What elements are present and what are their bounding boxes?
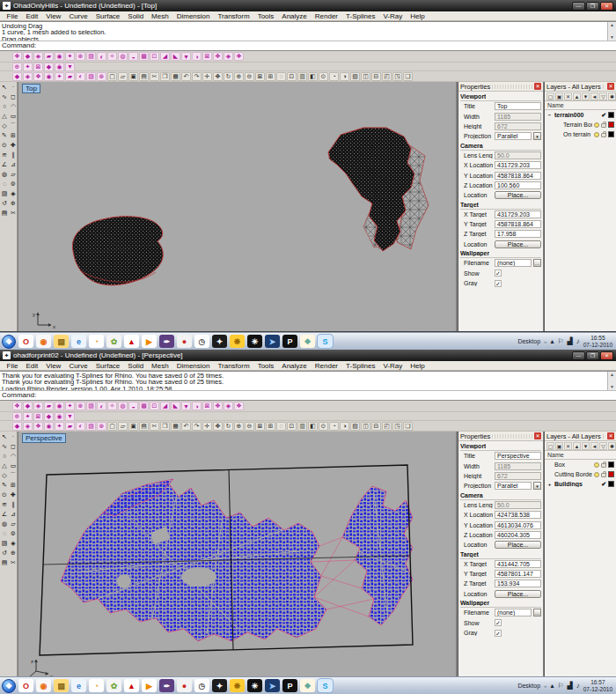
ungroup-icon[interactable]: ⊟ [371,422,381,431]
paste-icon[interactable]: ▦ [171,72,180,81]
ring-tool-icon[interactable]: ◍ [0,519,9,528]
offset-tool-icon[interactable]: ⊕ [9,548,18,557]
target-tool-icon[interactable]: ⊚ [9,528,18,538]
property-value[interactable]: Top [495,102,541,110]
block-icon[interactable]: ◫ [361,422,370,431]
tsplines-tool-icon[interactable]: ⊡ [150,52,159,61]
panel-grip[interactable] [492,85,532,89]
undo-view-tool-icon[interactable]: ↺ [0,198,9,208]
pointer-tool-icon[interactable]: ↖ [0,432,9,441]
tsplines-tool-icon[interactable]: ◈ [224,52,233,61]
property-value[interactable]: 100.560 [495,181,541,189]
property-value[interactable]: (none) [495,259,532,267]
layers-tool-icon[interactable]: ▤ [0,208,9,218]
tsplines-tool-icon[interactable]: ◑ [192,402,202,410]
layer-manager-icon[interactable]: ▥ [297,422,307,431]
layer-visibility-bulb-icon[interactable] [594,132,599,137]
property-extra-control[interactable] [533,259,541,267]
tsplines-tool-icon[interactable]: ◉ [55,402,64,410]
desktop-chevron-icon[interactable]: » [544,683,546,689]
menu-item[interactable]: View [42,362,65,370]
add-tool-icon[interactable]: ✚ [9,490,18,499]
property-value[interactable]: ✓ [495,619,502,626]
zoom-window-icon[interactable]: ⊞ [266,72,275,81]
dashed-circle-tool-icon[interactable]: ◌ [0,528,9,538]
plane-tool-icon[interactable]: ▭ [9,111,18,121]
explorer-icon[interactable]: ▤ [54,679,69,692]
layer-expand-icon[interactable]: − [546,113,553,118]
history-scrollbar[interactable]: ▲▼ [607,22,616,41]
layer-tools-icon[interactable]: ✱ [608,92,616,100]
sheet-tool-icon[interactable]: ▱ [9,169,18,179]
undo-icon[interactable]: ↶ [181,422,191,431]
opera-icon[interactable]: O [18,335,33,348]
center-tool-icon[interactable]: ⊙ [0,490,9,499]
diamond-tool-icon[interactable]: ◇ [0,470,9,480]
tsplines-tool-icon[interactable]: ⊛ [76,52,85,61]
star-app-icon[interactable]: ✳ [247,679,262,692]
tsplines-tool-icon[interactable]: ▰ [44,52,54,61]
tsplines-tool-icon[interactable]: ✧ [107,402,117,410]
tsplines-edit-icon[interactable]: ◉ [55,63,64,71]
paint-icon[interactable]: ❖ [300,679,315,692]
layer-row[interactable]: Box [545,460,616,469]
collapse-icon[interactable]: ◄ [590,442,598,450]
close-button[interactable]: ✕ [600,2,613,11]
desktop-chevron-icon[interactable]: » [544,339,546,344]
layer-row[interactable]: + Buildings ✔ [545,479,616,489]
chrome-icon[interactable]: ◔ [89,335,104,348]
angle-tool-icon[interactable]: ∠ [0,509,9,519]
tsplines-tool-icon[interactable]: ▩ [139,52,149,61]
mesh-tool-icon[interactable]: ▨ [0,538,9,548]
property-value[interactable]: Place... [495,191,541,199]
menu-item[interactable]: Edit [22,12,42,20]
paste-icon[interactable]: ▦ [171,422,180,431]
tsplines-edit-icon[interactable]: ◆ [44,412,54,421]
tsplines-tool-icon[interactable]: ◍ [118,52,128,61]
tsplines-tool-icon[interactable]: ◒ [128,402,138,410]
menu-item[interactable]: Dimension [172,362,214,370]
menu-item[interactable]: Solid [124,362,148,370]
command-prompt[interactable]: Command: [0,41,616,51]
layer-row[interactable]: − terrain000 ✔ [545,110,616,120]
layer-tools-icon[interactable]: ✱ [608,442,616,450]
layer-color-swatch[interactable] [608,481,614,487]
circle-tool-icon[interactable]: ○ [0,451,9,461]
property-value[interactable]: 460204.305 [495,531,541,539]
start-button[interactable]: ❖ [2,335,16,349]
menu-item[interactable]: V-Ray [379,362,407,370]
shade-icon[interactable]: ◔ [329,72,339,81]
tsplines-tool-icon[interactable]: ▨ [86,52,96,61]
popup-toolbar-icon[interactable]: ◆ [12,72,22,81]
taskbar-clock[interactable]: 16:57 07-12-2010 [583,679,614,691]
new-sublayer-icon[interactable]: ▣ [555,442,563,450]
select-icon[interactable]: ✛ [202,72,212,81]
taskbar-clock[interactable]: 16:55 07-12-2010 [583,335,614,347]
menu-item[interactable]: File [3,362,22,370]
layer-name[interactable]: terrain000 [554,112,599,118]
new-layer-icon[interactable]: ▢ [546,92,554,100]
gem-tool-icon[interactable]: ◈ [9,538,18,548]
titlebar[interactable]: ✦ ohadforprint02 - Undefined (Undefined)… [0,350,616,361]
tsplines-tool-icon[interactable]: ❖ [12,402,22,410]
popup-toolbar-icon[interactable]: ❖ [33,422,43,431]
tsplines-edit-icon[interactable]: ⊠ [33,412,43,421]
properties-icon[interactable]: ◧ [308,72,318,81]
osnap-icon[interactable]: ⊙ [319,72,328,81]
scale-icon[interactable]: ⊕ [234,422,244,431]
menu-item[interactable]: Edit [22,362,42,370]
menu-item[interactable]: Mesh [148,12,173,20]
scroll-down-icon[interactable]: ▼ [608,34,616,41]
target-tool-icon[interactable]: ⊚ [9,179,18,188]
skype-icon[interactable]: S [318,335,333,348]
graphics-app-icon[interactable]: ✒ [159,679,174,692]
new-layer-icon[interactable]: ▢ [546,442,554,450]
popup-toolbar-icon[interactable]: ◉ [44,422,54,431]
tsplines-tool-icon[interactable]: ▨ [86,402,96,410]
scroll-down-icon[interactable]: ▼ [608,384,616,390]
close-panel-icon[interactable]: ✕ [534,83,541,90]
sheet-tool-icon[interactable]: ▱ [9,519,18,528]
menu-item[interactable]: Curve [65,12,92,20]
layer-name[interactable]: On terrain [563,131,592,137]
property-extra-control[interactable] [533,609,541,616]
